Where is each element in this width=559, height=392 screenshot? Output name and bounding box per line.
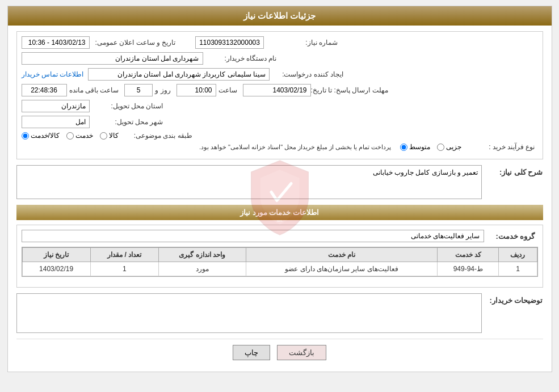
buyer-notes-box — [16, 293, 482, 333]
services-section-title: اطلاعات خدمات مورد نیاز — [240, 208, 319, 217]
category-kala-label: کالا — [109, 132, 119, 140]
buyer-notes-label: توضیحات خریدار: — [486, 293, 543, 305]
buyer-org-label: نام دستگاه خریدار: — [203, 54, 277, 62]
delivery-province-value: مازندران — [22, 100, 90, 112]
purchase-type-radio-group: جزیی متوسط — [400, 143, 461, 151]
buyer-notes-section: توضیحات خریدار: — [16, 293, 543, 333]
deadline-time-group: ساعت 10:00 — [176, 84, 237, 96]
buttons-row: بازگشت چاپ — [16, 339, 543, 366]
contact-link[interactable]: اطلاعات تماس خریدار — [22, 70, 84, 78]
buyer-org-value: شهرداری امل استان مازندران — [22, 52, 203, 65]
deadline-row: مهلت ارسال پاسخ: تا تاریخ: 1403/02/19 سا… — [22, 84, 538, 96]
services-section-header: اطلاعات خدمات مورد نیاز — [16, 205, 543, 220]
services-table-container: ردیف کد خدمت نام خدمت واحد اندازه گیری ت… — [22, 247, 538, 277]
purchase-type-jozii-option[interactable]: جزیی — [437, 143, 461, 151]
category-khedmat-option[interactable]: خدمت — [66, 132, 93, 140]
remaining-label: ساعت باقی مانده — [69, 86, 119, 94]
table-row: 1 ط-94-949 فعالیت‌های سایر سازمان‌های دا… — [22, 262, 537, 276]
delivery-city-value: امل — [22, 116, 90, 128]
service-group-row: گروه خدمت: سایر فعالیت‌های خدماتی — [22, 230, 538, 242]
cell-date: 1403/02/19 — [22, 262, 90, 276]
announce-label: تاریخ و ساعت اعلان عمومی: — [95, 39, 176, 47]
need-number-row: شماره نیاز: 1103093132000003 تاریخ و ساع… — [22, 36, 538, 49]
category-khedmat-radio[interactable] — [66, 132, 74, 140]
service-group-label: گروه خدمت: — [484, 232, 535, 241]
deadline-days-label: روز و — [155, 86, 170, 94]
cell-quantity: 1 — [90, 262, 158, 276]
delivery-city-label: شهر محل تحویل: — [90, 118, 163, 126]
category-kala-option[interactable]: کالا — [100, 132, 119, 140]
print-button[interactable]: چاپ — [233, 345, 270, 360]
category-label: طبقه بندی موضوعی: — [119, 132, 192, 140]
purchase-type-motevaset-option[interactable]: متوسط — [400, 143, 430, 151]
main-container: جزئیات اطلاعات نیاز AnaaTender .net شمار… — [7, 6, 552, 372]
purchase-type-row: نوع فرآیند خرید : جزیی متوسط پرداخت تمام… — [22, 143, 538, 151]
category-khedmat-label: خدمت — [75, 132, 93, 140]
purchase-note: پرداخت تمام یا بخشی از مبلغ خریداز محل "… — [22, 144, 392, 151]
cell-service-code: ط-94-949 — [438, 262, 499, 276]
deadline-days-value: 5 — [124, 84, 153, 96]
col-row-num: ردیف — [499, 248, 537, 262]
category-kala-radio[interactable] — [100, 132, 107, 140]
purchase-type-label: نوع فرآیند خرید : — [461, 143, 535, 151]
need-number-value: 1103093132000003 — [195, 36, 264, 49]
deadline-days-group: روز و 5 — [124, 84, 170, 96]
page-header: جزئیات اطلاعات نیاز — [8, 6, 552, 26]
col-service-name: نام خدمت — [246, 248, 437, 262]
col-date: تاریخ نیاز — [22, 248, 90, 262]
cell-service-name: فعالیت‌های سایر سازمان‌های دارای عضو — [246, 262, 437, 276]
main-form-section: شماره نیاز: 1103093132000003 تاریخ و ساع… — [16, 31, 543, 159]
need-number-label: شماره نیاز: — [264, 39, 338, 47]
purchase-type-jozii-label: جزیی — [446, 143, 461, 151]
category-kala-khedmat-option[interactable]: کالا/خدمت — [22, 132, 60, 140]
requester-label: ایجاد کننده درخواست: — [270, 70, 343, 78]
table-header-row: ردیف کد خدمت نام خدمت واحد اندازه گیری ت… — [22, 248, 537, 262]
need-description-value: تعمیر و بازسازی کامل جاروب خیابانی — [373, 168, 478, 176]
announce-value: 1403/02/13 - 10:36 — [22, 36, 90, 49]
announce-group: تاریخ و ساعت اعلان عمومی: 1403/02/13 - 1… — [22, 36, 179, 49]
buyer-org-row: نام دستگاه خریدار: شهرداری امل استان ماز… — [22, 52, 538, 65]
content-area: AnaaTender .net شماره نیاز: 110309313200… — [8, 26, 552, 372]
col-unit: واحد اندازه گیری — [158, 248, 246, 262]
category-kala-khedmat-radio[interactable] — [22, 132, 29, 140]
service-group-value: سایر فعالیت‌های خدماتی — [22, 230, 484, 242]
delivery-province-label: استان محل تحویل: — [90, 102, 163, 110]
purchase-type-motevaset-radio[interactable] — [400, 144, 407, 151]
deadline-label: مهلت ارسال پاسخ: تا تاریخ: — [311, 86, 388, 94]
back-button[interactable]: بازگشت — [277, 345, 326, 360]
cell-unit: مورد — [158, 262, 246, 276]
col-service-code: کد خدمت — [438, 248, 499, 262]
category-radio-group: کالا خدمت کالا/خدمت — [22, 132, 119, 140]
services-table: ردیف کد خدمت نام خدمت واحد اندازه گیری ت… — [22, 247, 537, 276]
purchase-type-jozii-radio[interactable] — [437, 144, 444, 151]
deadline-time-value: 10:00 — [176, 84, 216, 96]
category-row: طبقه بندی موضوعی: کالا خدمت کالا/خدمت — [22, 132, 538, 140]
deadline-time-label: ساعت — [218, 86, 237, 94]
delivery-province-row: استان محل تحویل: مازندران — [22, 100, 538, 112]
col-quantity: تعداد / مقدار — [90, 248, 158, 262]
requester-value: سینا سلیمانی کاربرداز شهرداری امل استان … — [88, 68, 270, 81]
remaining-time-group: ساعت باقی مانده 22:48:36 — [22, 84, 119, 96]
delivery-city-row: شهر محل تحویل: امل — [22, 116, 538, 128]
remaining-time-value: 22:48:36 — [22, 84, 67, 96]
need-description-box: تعمیر و بازسازی کامل جاروب خیابانی — [16, 165, 482, 199]
services-section: گروه خدمت: سایر فعالیت‌های خدماتی ردیف ک… — [16, 225, 543, 288]
need-description-label: شرح کلی نیاز: — [486, 165, 543, 176]
cell-row-num: 1 — [499, 262, 537, 276]
purchase-type-motevaset-label: متوسط — [409, 143, 430, 151]
need-description-section: شرح کلی نیاز: تعمیر و بازسازی کامل جاروب… — [16, 165, 543, 199]
requester-row: ایجاد کننده درخواست: سینا سلیمانی کاربرد… — [22, 68, 538, 81]
deadline-date-value: 1403/02/19 — [243, 84, 311, 96]
page-title: جزئیات اطلاعات نیاز — [243, 11, 316, 20]
category-kala-khedmat-label: کالا/خدمت — [31, 132, 60, 140]
